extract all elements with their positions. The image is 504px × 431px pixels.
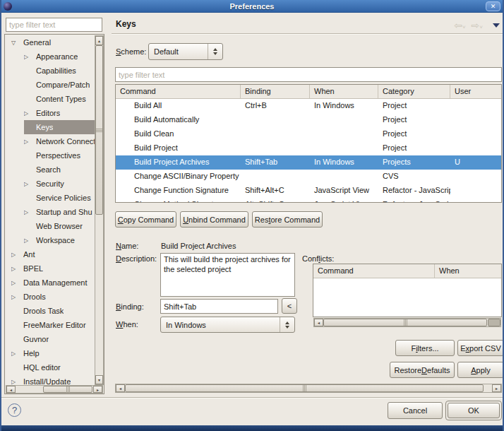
expand-arrow-icon[interactable]: ▷ [11, 350, 23, 357]
scheme-combobox[interactable]: Default [148, 43, 223, 60]
sidebar-item-security[interactable]: ▷Security [6, 177, 95, 191]
copy-command-button[interactable]: Copy Command [115, 211, 176, 228]
back-menu-chevron-icon: ˅ [462, 24, 466, 30]
conflicts-column-when[interactable]: When [435, 264, 501, 278]
expand-arrow-icon[interactable]: ▷ [24, 138, 36, 145]
expand-arrow-icon[interactable]: ▷ [24, 237, 36, 244]
restore-defaults-button[interactable]: Restore Defaults [390, 362, 455, 378]
table-cell: Project [378, 141, 450, 155]
sidebar-item-appearance[interactable]: ▷Appearance [6, 49, 95, 64]
expand-arrow-icon[interactable]: ▷ [11, 252, 23, 258]
export-csv-button[interactable]: Export CSV [457, 340, 504, 356]
when-combobox[interactable]: In Windows [160, 317, 295, 333]
table-row[interactable]: Change Function SignatureShift+Alt+CJava… [116, 184, 501, 198]
apply-button[interactable]: Apply [457, 362, 504, 378]
table-row[interactable]: Build AutomaticallyProject [116, 113, 501, 127]
back-button[interactable]: ⇦˅ [454, 19, 465, 32]
sidebar-item-drools[interactable]: ▷Drools [6, 290, 95, 304]
conflicts-horizontal-scrollbar[interactable]: ◂ [313, 318, 501, 327]
sidebar-item-web-browser[interactable]: Web Browser [6, 219, 95, 233]
sidebar-item-keys[interactable]: Keys [6, 120, 95, 134]
sidebar-item-freemarker-editor[interactable]: FreeMarker Editor [6, 318, 95, 332]
expand-arrow-icon[interactable]: ▷ [24, 209, 36, 216]
scroll-down-icon[interactable]: ▾ [95, 375, 103, 384]
help-button[interactable]: ? [8, 403, 21, 417]
sidebar-item-install-update[interactable]: ▷Install/Update [6, 374, 95, 385]
sidebar-item-bpel[interactable]: ▷BPEL [6, 261, 95, 276]
expand-arrow-icon[interactable]: ▷ [24, 110, 36, 117]
filters-button[interactable]: Filters... [395, 340, 455, 356]
expand-arrow-icon[interactable]: ▷ [24, 54, 36, 60]
table-row[interactable]: Build AllCtrl+BIn WindowsProject [116, 99, 501, 113]
sidebar-item-capabilities[interactable]: Capabilities [6, 64, 95, 78]
column-header-binding[interactable]: Binding [241, 85, 310, 98]
scroll-left-icon[interactable]: ◂ [314, 319, 323, 326]
ok-button[interactable]: OK [448, 403, 500, 418]
main-scrollbar-thumb[interactable] [125, 384, 484, 392]
close-button[interactable]: ✕ [486, 1, 500, 11]
scroll-up-icon[interactable]: ▴ [95, 36, 103, 45]
sidebar-item-startup-and-shu[interactable]: ▷Startup and Shu [6, 205, 95, 219]
conflicts-scrollbar-thumb[interactable] [323, 319, 487, 326]
command-filter-input[interactable] [115, 67, 502, 82]
table-row[interactable]: Change ASCII/Binary PropertyCVS [116, 170, 501, 184]
description-field[interactable]: This will build the project archives for… [160, 253, 295, 297]
table-row[interactable]: Build CleanProject [116, 127, 501, 141]
column-header-category[interactable]: Category [378, 85, 450, 98]
collapse-arrow-icon[interactable]: ▽ [11, 40, 23, 46]
sidebar-item-label: Keys [36, 123, 53, 131]
sidebar-item-general[interactable]: ▽General [6, 35, 95, 49]
unbind-command-button[interactable]: Unbind Command [180, 211, 248, 228]
sidebar-item-workspace[interactable]: ▷Workspace [6, 233, 95, 247]
tree-hscrollbar-thumb[interactable] [43, 386, 92, 393]
scroll-right-icon[interactable]: ▸ [93, 386, 102, 393]
column-header-when[interactable]: When [310, 85, 378, 98]
sidebar-filter-input[interactable] [6, 18, 102, 32]
combo-spinner-icon[interactable] [208, 44, 222, 59]
scroll-right-icon[interactable]: ▸ [492, 384, 501, 392]
forward-button[interactable]: ⇨˅ [472, 19, 483, 32]
conflicts-column-command[interactable]: Command [313, 264, 435, 278]
sidebar-item-guvnor[interactable]: Guvnor [6, 332, 95, 346]
expand-arrow-icon[interactable]: ▷ [11, 280, 23, 286]
column-header-command[interactable]: Command [116, 85, 241, 98]
table-cell: Change Method Signature [116, 198, 241, 203]
window-title: Preferences [0, 2, 504, 11]
scroll-left-icon[interactable]: ◂ [116, 384, 125, 392]
sidebar-item-network-connect[interactable]: ▷Network Connect [6, 134, 95, 148]
sidebar-item-ant[interactable]: ▷Ant [6, 247, 95, 261]
conflicts-label: Conflicts: [302, 254, 334, 263]
tree-scrollbar-thumb[interactable] [95, 45, 103, 215]
cancel-button[interactable]: Cancel [388, 402, 443, 419]
sidebar-item-content-types[interactable]: Content Types [6, 92, 95, 106]
sidebar-item-editors[interactable]: ▷Editors [6, 106, 95, 120]
sidebar-item-service-policies[interactable]: Service Policies [6, 191, 95, 205]
expand-arrow-icon[interactable]: ▷ [11, 266, 23, 272]
titlebar[interactable]: Preferences ✕ [0, 0, 504, 13]
view-menu-icon[interactable] [493, 23, 500, 28]
sidebar-item-perspectives[interactable]: Perspectives [6, 148, 95, 163]
conflicts-scrollbar-end[interactable] [488, 319, 500, 326]
expand-arrow-icon[interactable]: ▷ [24, 181, 36, 187]
table-row[interactable]: Change Method SignatureAlt+Shift+CJavaSc… [116, 198, 501, 203]
sidebar-item-help[interactable]: ▷Help [6, 346, 95, 360]
table-row[interactable]: Build Project ArchivesShift+TabIn Window… [116, 155, 501, 170]
sidebar-item-search[interactable]: Search [6, 163, 95, 177]
tree-vertical-scrollbar[interactable]: ▴ ▾ [95, 35, 104, 385]
scheme-value: Default [149, 47, 208, 56]
combo-spinner-icon[interactable] [280, 317, 294, 332]
table-row[interactable]: Build ProjectProject [116, 141, 501, 155]
expand-arrow-icon[interactable]: ▷ [11, 379, 23, 385]
sidebar-item-hql-editor[interactable]: HQL editor [6, 360, 95, 374]
column-header-user[interactable]: User [450, 85, 501, 98]
sidebar-item-data-management[interactable]: ▷Data Management [6, 276, 95, 290]
sidebar-item-compare-patch[interactable]: Compare/Patch [6, 78, 95, 92]
sidebar-item-drools-task[interactable]: Drools Task [6, 304, 95, 318]
tree-horizontal-scrollbar[interactable]: ◂ ▸ [6, 385, 103, 394]
restore-command-button[interactable]: Restore Command [252, 211, 323, 228]
binding-input[interactable] [160, 299, 278, 314]
expand-arrow-icon[interactable]: ▷ [11, 294, 23, 300]
binding-back-button[interactable]: < [282, 298, 297, 314]
main-horizontal-scrollbar[interactable]: ◂ ▸ [115, 384, 502, 393]
scroll-left-icon[interactable]: ◂ [6, 386, 16, 393]
